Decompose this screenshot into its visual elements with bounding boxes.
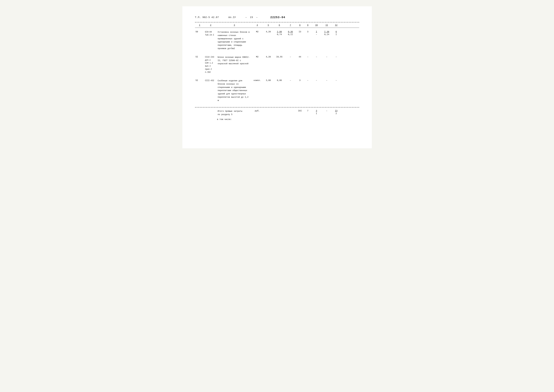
summary-label: Итого прямые затратыпо разделу 5 (217, 109, 252, 117)
column-headers: I 2 3 4 5 6 7 8 9 I0 II I2 (195, 24, 359, 28)
doc-number: 22253-04 (270, 16, 285, 19)
col-header-4: 4 (252, 24, 263, 27)
row51-desc: Блоки оконные марки СВ0I2-I2, ГОСТ I2506… (217, 55, 252, 66)
summary-col7 (285, 109, 296, 110)
summary-unit: руб. (252, 109, 263, 112)
summary-col2 (205, 109, 217, 110)
col-header-12: I2 (332, 24, 340, 27)
row52-col8: 3 (296, 79, 304, 82)
row51-col7: – (285, 55, 296, 58)
summary-col12: I3 2 (332, 109, 340, 115)
row51-col12: – (332, 55, 340, 58)
row50-col10: I – (312, 30, 321, 36)
row52-col10: – (312, 79, 321, 82)
row50-col6: 2,99 0,74 (274, 30, 285, 36)
row51-col5: 4,20 (263, 55, 274, 58)
row52-col12: – (332, 79, 340, 82)
row50-col5: 4,20 (263, 30, 274, 33)
row52-desc: Скобяные изделия для блоков оконных со с… (217, 79, 252, 103)
row50-col8: I3 (296, 30, 304, 33)
row51-num: 5I (195, 55, 205, 58)
col-header-5: 5 (263, 24, 274, 27)
row50-ref: ЕI0-84Таб.I4-I (205, 30, 217, 37)
row51-unit: М2 (252, 55, 263, 58)
row52-col9: – (304, 79, 312, 82)
row50-desc: Установка оконных блоков в каменных стен… (217, 30, 252, 51)
page: Т.П. 902-5 42.87 Ал.IУ – 23 – 22253-04 I… (182, 6, 372, 148)
row51-ref: СI22-I43доп.кССМ ч.2вып.Iприл.Iп.I02 (205, 55, 217, 74)
summary-col6 (274, 109, 285, 110)
row52-col7: – (285, 79, 296, 82)
row52-col5: 3,00 (263, 79, 274, 82)
row50-col12: 6 I (332, 30, 340, 36)
row52-col11: – (321, 79, 332, 82)
col-header-8: 8 (296, 24, 304, 27)
page-number: 23 (250, 16, 253, 19)
dash1: – (245, 16, 247, 19)
row51-col11: – (321, 55, 332, 58)
row51-col8: 44 (296, 55, 304, 58)
row52-num: 52 (195, 79, 205, 82)
col-header-10: I0 (312, 24, 321, 27)
summary-col8: I8I (296, 109, 304, 112)
row50-num: 50 (195, 30, 205, 33)
tp-label: Т.П. 902-5 42.87 (195, 16, 219, 19)
row52-unit: компл. (252, 79, 263, 82)
row50-col11: I,38 0,I4 (321, 30, 332, 36)
summary-row: Итого прямые затратыпо разделу 5 руб. I8… (195, 109, 359, 117)
col-header-11: II (321, 24, 332, 27)
row51-col10: – (312, 55, 321, 58)
col-header-2: 2 (205, 24, 217, 27)
row52-ref: СIII-432 (205, 79, 217, 83)
row52-col6: 0,86 (274, 79, 285, 82)
summary-col9: 7 (304, 109, 312, 112)
table-row: 5I СI22-I43доп.кССМ ч.2вып.Iприл.Iп.I02 … (195, 55, 359, 74)
row50-col7: 0,36 0,II (285, 30, 296, 36)
summary-col10: 3 I (312, 109, 321, 115)
col-header-7: 7 (285, 24, 296, 27)
row50-unit: М2 (252, 30, 263, 33)
col-header-9: 9 (304, 24, 312, 27)
row51-col6: I0,55 (274, 55, 285, 58)
vtom-label: в том числе: (195, 118, 359, 120)
summary-col5 (263, 109, 274, 110)
header: Т.П. 902-5 42.87 Ал.IУ – 23 – 22253-04 (195, 16, 359, 19)
table-row: 52 СIII-432 Скобяные изделия для блоков … (195, 79, 359, 103)
dash2: – (256, 16, 258, 19)
row51-col9: – (304, 55, 312, 58)
col-header-6: 6 (274, 24, 285, 27)
row50-col9: 3 (304, 30, 312, 33)
al-label: Ал.IУ (228, 16, 236, 19)
col-header-3: 3 (217, 24, 252, 27)
top-separator (195, 22, 359, 22)
col-header-1: I (195, 24, 205, 27)
summary-col1 (195, 109, 205, 110)
table-row: 50 ЕI0-84Таб.I4-I Установка оконных блок… (195, 30, 359, 51)
mid-separator (195, 107, 359, 107)
summary-col11: – (321, 109, 332, 112)
